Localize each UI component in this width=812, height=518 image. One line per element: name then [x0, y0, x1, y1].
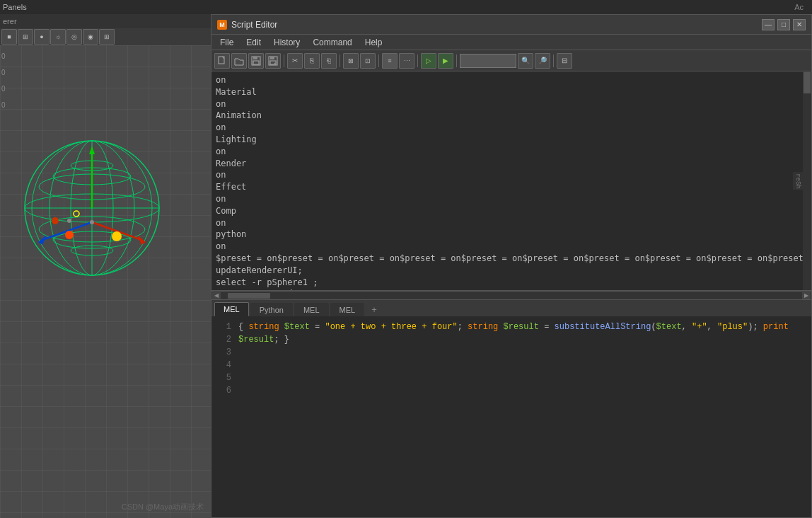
- axis-label-3: 0: [1, 101, 6, 109]
- toolbar-light-btn[interactable]: ☼: [50, 29, 66, 45]
- renderer-label: erer: [3, 17, 17, 25]
- output-scrollbar-v[interactable]: [803, 71, 811, 290]
- svg-rect-28: [253, 57, 257, 59]
- title-bar-controls: — □ ✕: [762, 19, 806, 30]
- title-bar-title: Script Editor: [231, 20, 762, 30]
- svg-point-22: [112, 231, 122, 241]
- line-num-5: 5: [214, 372, 231, 384]
- minimize-button[interactable]: —: [762, 19, 775, 30]
- list-view-btn[interactable]: ⊟: [557, 53, 572, 69]
- h-scrollbar-track[interactable]: [221, 292, 802, 299]
- paste-btn[interactable]: ⎗: [321, 53, 337, 69]
- search-prev-btn[interactable]: 🔎: [535, 53, 550, 69]
- tab-bar: MEL Python MEL MEL +: [211, 299, 811, 316]
- search-btn[interactable]: 🔍: [518, 53, 533, 69]
- save-as-btn[interactable]: +: [265, 53, 281, 69]
- toolbar-cam-btn[interactable]: ◉: [83, 29, 98, 45]
- svg-point-24: [52, 217, 59, 224]
- line-num-6: 6: [214, 384, 231, 397]
- app-icon: M: [217, 20, 227, 30]
- output-scrollbar-thumb: [804, 72, 811, 93]
- sep2: [340, 54, 340, 67]
- no-wrap-btn[interactable]: ⋯: [399, 53, 414, 69]
- toolbar-wireframe-btn[interactable]: ⊞: [18, 29, 33, 45]
- right-hint-top: reSh: [793, 172, 803, 190]
- panel-header: erer: [0, 14, 211, 28]
- app-top-label: Ac: [794, 3, 804, 11]
- toolbar-xray-btn[interactable]: ◎: [66, 29, 82, 45]
- svg-point-23: [65, 231, 74, 239]
- tab-python[interactable]: Python: [250, 303, 293, 316]
- restore-button[interactable]: □: [777, 19, 790, 30]
- run-all-btn[interactable]: ▷: [421, 53, 436, 69]
- svg-point-21: [67, 219, 71, 223]
- svg-point-20: [74, 211, 79, 217]
- svg-text:+: +: [274, 61, 276, 65]
- toolbar-shading-btn[interactable]: ■: [1, 29, 17, 45]
- svg-marker-14: [89, 146, 95, 154]
- menu-help[interactable]: Help: [359, 36, 388, 49]
- axis-labels: 0 0 0 0: [1, 52, 6, 109]
- menu-file[interactable]: File: [214, 36, 239, 49]
- menu-command[interactable]: Command: [307, 36, 357, 49]
- title-bar: M Script Editor — □ ✕: [211, 15, 811, 35]
- copy-btn[interactable]: ⎘: [304, 53, 320, 69]
- maya-viewport-panel: erer ■ ⊞ ● ☼ ◎ ◉ ⊞ 0 0 0 0: [0, 14, 211, 518]
- clear-output-btn[interactable]: ⊠: [343, 53, 359, 69]
- output-text: on Material on Animation on Lighting on …: [216, 74, 807, 291]
- watermark: CSDN @Maya动画技术: [122, 502, 204, 512]
- main-layout: erer ■ ⊞ ● ☼ ◎ ◉ ⊞ 0 0 0 0: [0, 14, 812, 518]
- svg-rect-31: [270, 57, 274, 59]
- menu-bar: File Edit History Command Help: [211, 35, 811, 50]
- sep6: [553, 54, 554, 67]
- sep3: [378, 54, 379, 67]
- scroll-left-btn[interactable]: ◀: [212, 292, 221, 299]
- script-editor: M Script Editor — □ ✕ File Edit History …: [211, 14, 812, 518]
- h-scrollbar[interactable]: ◀ ▶: [211, 291, 811, 299]
- editor-toolbar: + ✂ ⎘ ⎗ ⊠ ⊡ ≡ ⋯ ▷ ▶ 🔍 🔎 ⊟: [211, 50, 811, 71]
- sep4: [417, 54, 418, 67]
- axis-label-0: 0: [1, 52, 6, 60]
- tab-add-btn[interactable]: +: [366, 303, 383, 316]
- toolbar-smooth-btn[interactable]: ●: [34, 29, 50, 45]
- panel-toolbar: ■ ⊞ ● ☼ ◎ ◉ ⊞: [0, 28, 211, 45]
- svg-marker-18: [38, 235, 47, 245]
- tab-mel-1[interactable]: MEL: [214, 302, 249, 316]
- sep5: [456, 54, 457, 67]
- menu-history[interactable]: History: [268, 36, 306, 49]
- app-menu-panels[interactable]: Panels: [3, 3, 27, 11]
- svg-marker-16: [137, 235, 146, 245]
- new-file-btn[interactable]: [214, 53, 230, 69]
- h-scrollbar-thumb: [228, 293, 270, 299]
- axis-label-1: 0: [1, 69, 6, 76]
- line-num-3: 3: [214, 346, 231, 359]
- menu-edit[interactable]: Edit: [240, 36, 267, 49]
- sphere-object: [14, 130, 170, 286]
- save-btn[interactable]: [248, 53, 264, 69]
- clear-history-btn[interactable]: ⊡: [360, 53, 376, 69]
- output-area[interactable]: on Material on Animation on Lighting on …: [211, 71, 811, 291]
- line-num-2: 2: [214, 333, 231, 346]
- svg-point-19: [90, 220, 94, 224]
- tab-mel-3[interactable]: MEL: [330, 303, 365, 316]
- scroll-right-btn[interactable]: ▶: [802, 292, 811, 299]
- line-num-1: 1: [214, 321, 231, 333]
- viewport-area[interactable]: 0 0 0 0: [0, 45, 211, 518]
- code-area: 1 2 3 4 5 6 { string $text = "one + two …: [211, 316, 811, 517]
- line-num-4: 4: [214, 359, 231, 372]
- code-editor[interactable]: { string $text = "one + two + three + fo…: [234, 316, 811, 517]
- word-wrap-btn[interactable]: ≡: [382, 53, 398, 69]
- axis-label-2: 0: [1, 85, 6, 93]
- run-btn[interactable]: ▶: [438, 53, 453, 69]
- app-top-bar: Panels Ac: [0, 0, 812, 14]
- toolbar-grid-btn[interactable]: ⊞: [99, 29, 115, 45]
- open-file-btn[interactable]: [231, 53, 247, 69]
- sep1: [284, 54, 284, 67]
- close-button[interactable]: ✕: [793, 19, 806, 30]
- tab-mel-2[interactable]: MEL: [294, 303, 329, 316]
- line-numbers: 1 2 3 4 5 6: [211, 316, 234, 517]
- svg-rect-29: [253, 61, 259, 64]
- cut-btn[interactable]: ✂: [287, 53, 303, 69]
- search-input[interactable]: [460, 54, 516, 68]
